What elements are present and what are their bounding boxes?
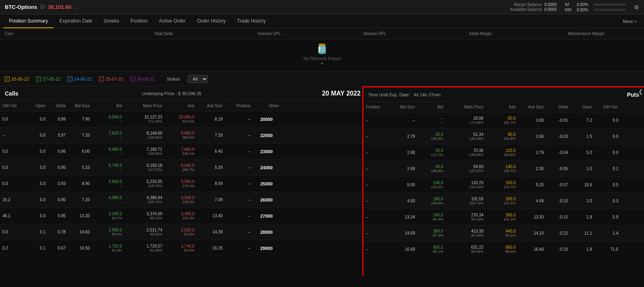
puts-collapse-button[interactable]: ❮ [638,88,643,95]
cell-bid-size: 2.80 [388,150,417,155]
cell-ask-size: 3.00 [517,118,545,123]
options-date-label: 20 MAY 2022 [322,90,361,97]
table-row[interactable]: -- 14.69 380.0 87.2% 413.39 90.52% 440.0… [363,225,644,241]
tab-position-summary[interactable]: Position Summary [3,15,54,28]
cell-bid-size: 7.20 [67,133,91,137]
settings-icon[interactable]: ⚙ [634,4,639,10]
puts-section-header: Time Until Exp. Date: 4d 14h 27min Puts [363,87,644,102]
strikes-select[interactable]: All 10 20 [188,75,208,83]
cell-bid: 4,900.0 -- [91,176,124,191]
calls-rows: 0.0 0.0 0.99 7.80 9,540.0 -- 10,127.33 1… [0,111,362,256]
collapse-arrow-icon[interactable]: ⌃ [320,62,324,68]
margin-balance-label: Margin Balance [514,2,542,7]
cell-position: -- [364,247,388,252]
tab-greeks[interactable]: Greeks [98,15,125,28]
cell-delta: -0.10 [545,199,570,203]
table-row[interactable]: 0.0 0.1 0.78 14.60 2,500.0 89.3% 2,511.7… [0,224,362,240]
coin-header: Coin [5,31,111,36]
date-filter-20-05-22[interactable]: ✓ 20-05-22 [5,77,29,81]
cell-ask: 120.0 154.8% [485,145,517,160]
cell-vol24h: 71.5 [594,247,620,252]
im-row: IM 0.00% [565,2,626,7]
cell-delta: -0.01 [545,118,570,123]
table-row[interactable]: 48.1 0.0 0.85 13.30 3,340.0 94.7% 3,374.… [0,208,362,224]
available-balance-label: Available Balance [510,7,542,12]
calls-side: Calls Underlying Price : $ 30,098.35 20 … [0,86,362,276]
cell-vol24h: 1.4 [594,231,620,235]
tab-order-history[interactable]: Order History [192,15,231,28]
cell-ask-size: 8.19 [196,117,224,121]
cell-ask: 60.0 192.7% [485,112,517,128]
cell-open: 0.0 [25,214,47,218]
table-row[interactable]: -- 0.0 0.97 7.20 7,620.0 -- 8,149.69 149… [0,127,362,144]
table-row[interactable]: -- 13.34 240.0 94.4% 276.34 99.13% 300.0… [363,209,644,225]
date-filter-29-07-22[interactable]: ✓ 29-07-22 [99,77,123,81]
table-row[interactable]: -- 2.80 20.0 112.7% 70.36 138.86% 120.0 … [363,145,644,161]
cell-ask: 4,500.0 138.2% [164,192,196,208]
cell-bid-size: -- [388,118,417,123]
date-filter-27-05-22[interactable]: ✓ 27-05-22 [36,77,60,81]
cell-position: -- [224,181,252,186]
table-row[interactable]: 0.0 0.0 0.93 8.90 4,900.0 -- 5,232.05 11… [0,176,362,192]
cell-bid: 5,740.0 -- [91,160,124,175]
initial-margin-header: Initial Margin [428,31,534,36]
cell-position: -- [364,183,388,187]
cell-position: -- [224,133,252,137]
cell-ask-size: 7.09 [196,198,224,202]
cell-ask-size: 6.40 [196,149,224,154]
date-filter-24-06-22[interactable]: ✓ 24-06-22 [68,77,92,81]
cell-ask-size: 4.49 [517,199,545,203]
table-row[interactable]: 16.2 0.0 0.90 7.20 4,080.0 -- 4,289.94 1… [0,192,362,208]
date-filter-30-09-22[interactable]: ✓ 30-09-22 [130,77,155,81]
date-label-4: 29-07-22 [105,77,123,81]
mm-label: MM [565,8,574,12]
table-row[interactable]: -- 2.79 20.0 128.9% 51.34 149.26% 80.0 1… [363,129,644,145]
table-row[interactable]: 0.2 0.1 0.67 16.50 1,720.0 81.9% 1,729.5… [0,240,362,256]
cell-mark: 3,374.69 99.13% [124,208,164,224]
cell-mark: 2,511.74 90.52% [124,224,164,240]
time-until-label: Time Until Exp. Date: 4d 14h 27min [365,92,444,97]
date-label-1: 20-05-22 [11,77,29,81]
nav-tabs: Position Summary Expiration Date Greeks … [0,15,644,28]
table-row[interactable]: -- 2.69 40.0 108.4% 94.83 127.97% 140.0 … [363,161,644,177]
cell-ask-size: 16.40 [517,247,545,252]
more-button[interactable]: More > [619,19,641,24]
cell-ask-size: 2.79 [517,150,545,155]
options-area: Calls Underlying Price : $ 30,098.35 20 … [0,86,644,276]
maintenance-margin-header: Maintenance Margin [533,31,639,36]
calls-hdr-delta: Delta [47,104,67,108]
cell-mark: 4,289.94 108.71% [124,192,164,208]
tab-expiration-date[interactable]: Expiration Date [54,15,98,28]
cell-ask-size: 13.30 [517,215,545,219]
cell-delta: -0.22 [545,231,570,235]
cell-ask: 3,400.0 102.3% [164,208,196,224]
cell-position: -- [364,199,388,203]
table-row[interactable]: 0.0 0.0 0.99 7.80 9,540.0 -- 10,127.33 1… [0,111,362,127]
tab-active-order[interactable]: Active Order [153,15,192,28]
table-row[interactable]: -- 16.69 600.0 80.1% 631.22 82.68% 660.0… [363,241,644,258]
cell-ask: 300.0 102.1% [485,209,517,225]
checkbox-icon: ✓ [36,77,41,81]
table-row[interactable]: -- 5.00 100.0 110.4% 133.70 118.20% 160.… [363,177,644,193]
cell-strike: 27000 [252,214,281,218]
info-icon[interactable]: ⓘ [40,4,45,10]
cell-open: 1.5 [570,134,594,139]
tab-position[interactable]: Position [125,15,153,28]
cell-ask-size: 2.60 [517,134,545,139]
cell-position: -- [224,117,252,121]
table-row[interactable]: -- 4.50 180.0 106.8% 191.59 108.71% 200.… [363,193,644,209]
table-row[interactable]: 0.0 0.0 0.96 6.00 6,680.0 -- 7,168.71 13… [0,144,362,160]
puts-hdr-position: Position [364,105,388,109]
puts-rows: -- -- -- -- 28.98 171.84% 60.0 192.7% 3.… [363,112,644,258]
cell-vol24h: 0.3 [594,199,620,203]
im-progress-bar [594,4,626,6]
cell-delta: 0.96 [47,149,67,154]
cell-vol24h: 5.9 [594,215,620,219]
cell-delta: 0.90 [47,198,67,202]
cell-ask-size: 16.29 [196,246,224,250]
cell-vol24h: 0.2 [1,246,25,250]
cell-bid: -- -- [417,112,445,128]
table-row[interactable]: 0.0 0.0 0.95 5.10 5,740.0 -- 6,193.18 12… [0,160,362,176]
tab-trade-history[interactable]: Trade History [231,15,272,28]
table-row[interactable]: -- -- -- -- 28.98 171.84% 60.0 192.7% 3.… [363,112,644,129]
